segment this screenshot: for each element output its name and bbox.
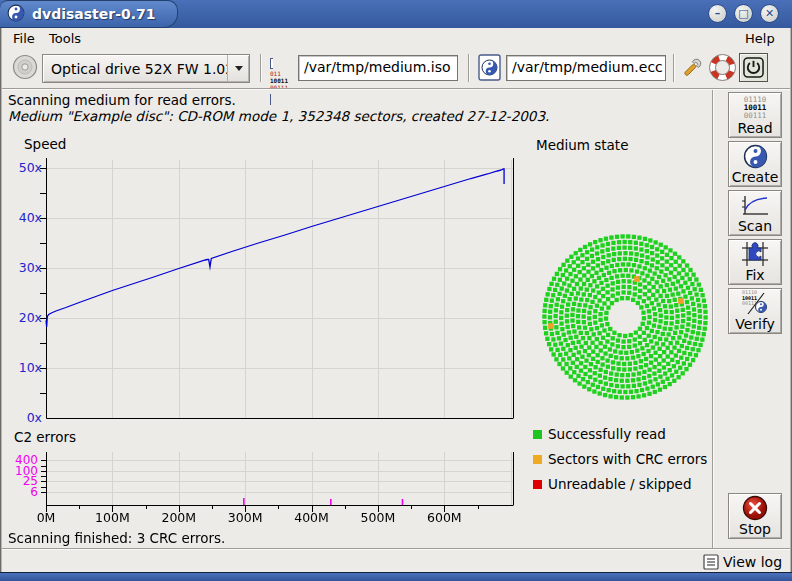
- x-axis-tick-label: 500M: [356, 510, 400, 525]
- ecc-path-input[interactable]: /var/tmp/medium.ecc: [506, 55, 666, 81]
- speed-y-tick-label: 50x: [6, 160, 42, 175]
- minimize-button[interactable]: –: [708, 4, 727, 23]
- power-icon: [743, 57, 764, 78]
- x-axis-tick-label: 300M: [223, 510, 267, 525]
- cd-drive-icon: [11, 53, 39, 84]
- x-axis-tick-label: 400M: [290, 510, 334, 525]
- scan-button[interactable]: Scan: [728, 190, 782, 236]
- toolbar-separator: [673, 54, 675, 82]
- scan-chart-icon: [740, 194, 770, 218]
- read-button[interactable]: 01110 10011 00111 Read: [728, 92, 782, 138]
- speed-y-tick-label: 10x: [6, 360, 42, 375]
- toolbar-separator: [468, 54, 470, 82]
- x-axis-tick-label: 200M: [157, 510, 201, 525]
- medium-info-line: Medium "Example disc": CD-ROM mode 1, 35…: [8, 108, 549, 124]
- view-log-label: View log: [723, 554, 782, 570]
- medium-state-disc: [532, 224, 718, 410]
- stop-button[interactable]: Stop: [728, 493, 782, 539]
- log-list-icon: [703, 554, 719, 570]
- close-icon: ✕: [765, 8, 774, 19]
- puzzle-icon: [741, 241, 769, 267]
- legend-item-crc: Sectors with CRC errors: [533, 450, 707, 468]
- menu-tools[interactable]: Tools: [44, 30, 86, 47]
- footer-status: Scanning finished: 3 CRC errors.: [8, 530, 225, 546]
- x-axis-tick-label: 0M: [24, 510, 68, 525]
- iso-path-input[interactable]: /var/tmp/medium.iso: [298, 55, 458, 81]
- read-button-label: Read: [737, 120, 772, 136]
- create-button[interactable]: Create: [728, 141, 782, 187]
- fix-button-label: Fix: [745, 267, 764, 283]
- window-frame[interactable]: [0, 572, 792, 581]
- menubar: File Tools Help: [2, 28, 790, 49]
- toolbar-separator: [260, 54, 262, 82]
- yinyang-icon: [743, 144, 768, 169]
- ecc-file-icon: [478, 54, 502, 85]
- divider: [2, 88, 790, 90]
- legend-swatch-red: [533, 480, 542, 489]
- menu-file[interactable]: File: [8, 30, 40, 47]
- window-title: dvdisaster-0.71: [32, 6, 156, 22]
- verify-icon: 01110 10011 00111: [740, 290, 770, 316]
- drive-select-value: Optical drive 52X FW 1.02: [43, 61, 227, 77]
- lifebelt-icon[interactable]: [709, 54, 736, 84]
- power-quit-button[interactable]: [739, 53, 768, 82]
- speed-chart-canvas: [38, 152, 518, 422]
- toolbar: Optical drive 52X FW 1.02 011 10011 0011…: [2, 49, 790, 88]
- close-button[interactable]: ✕: [760, 4, 779, 23]
- legend-item-success: Successfully read: [533, 425, 666, 443]
- app-yinyang-icon: [7, 4, 25, 25]
- chevron-down-icon: [235, 66, 243, 71]
- binary-icon: 01110 10011 00111: [744, 96, 767, 120]
- verify-button[interactable]: 01110 10011 00111 Verify: [728, 288, 782, 334]
- c2-chart-title: C2 errors: [14, 429, 76, 445]
- scan-button-label: Scan: [738, 218, 772, 234]
- wrench-icon[interactable]: [679, 54, 706, 84]
- stop-button-label: Stop: [739, 521, 771, 537]
- divider: [2, 548, 790, 550]
- speed-y-tick-label: 30x: [6, 260, 42, 275]
- c2-y-tick-label: 6: [6, 485, 38, 499]
- verify-button-label: Verify: [735, 316, 775, 332]
- legend-label: Unreadable / skipped: [548, 476, 691, 492]
- dropdown-arrow-box: [227, 55, 249, 82]
- legend-swatch-green: [533, 430, 542, 439]
- legend-swatch-orange: [533, 455, 542, 464]
- scan-status-line: Scanning medium for read errors.: [8, 92, 236, 108]
- fix-button[interactable]: Fix: [728, 239, 782, 285]
- view-log-button[interactable]: View log: [703, 552, 782, 571]
- drive-select-dropdown[interactable]: Optical drive 52X FW 1.02: [42, 54, 250, 83]
- x-axis-tick-label: 600M: [422, 510, 466, 525]
- titlebar[interactable]: dvdisaster-0.71 – □ ✕: [0, 0, 792, 28]
- titlebar-tab: dvdisaster-0.71: [0, 0, 178, 28]
- legend-label: Successfully read: [548, 426, 666, 442]
- legend-label: Sectors with CRC errors: [548, 451, 707, 467]
- create-button-label: Create: [732, 169, 779, 185]
- speed-y-tick-label: 20x: [6, 310, 42, 325]
- maximize-icon: □: [738, 8, 748, 19]
- window-frame: [0, 28, 2, 581]
- speed-chart-title: Speed: [24, 136, 66, 152]
- app-window: dvdisaster-0.71 – □ ✕ File Tools Help Op…: [0, 0, 792, 581]
- x-axis-tick-label: 100M: [90, 510, 134, 525]
- menu-help[interactable]: Help: [740, 30, 780, 47]
- speed-y-tick-label: 40x: [6, 210, 42, 225]
- speed-y-tick-label: 0x: [6, 410, 42, 425]
- maximize-button[interactable]: □: [734, 4, 753, 23]
- divider: [712, 90, 714, 548]
- stop-icon: [742, 495, 768, 521]
- minimize-icon: –: [715, 8, 721, 19]
- legend-item-unreadable: Unreadable / skipped: [533, 475, 691, 493]
- medium-state-title: Medium state: [536, 137, 628, 153]
